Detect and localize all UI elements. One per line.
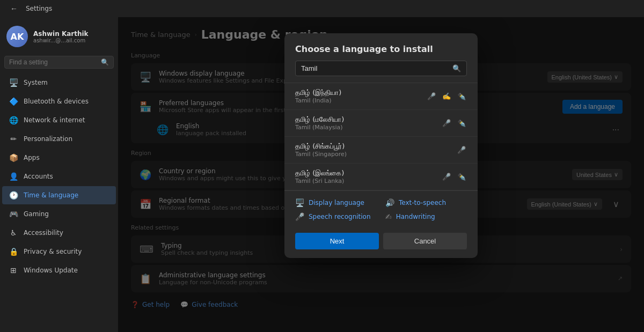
language-item[interactable]: தமிழ் (சிங்கப்பூர்) Tamil (Singapore) 🎤 [284, 137, 478, 164]
writing-icon-0[interactable]: ✒️ [456, 91, 467, 101]
lang-text-2: தமிழ் (சிங்கப்பூர்) Tamil (Singapore) [295, 142, 450, 158]
footer-link-speech-recognition[interactable]: 🎤 Speech recognition [295, 212, 377, 221]
language-list: தமிழ் (இந்தியா) Tamil (India) 🎤 ✍️ ✒️ தம… [284, 83, 478, 190]
lang-text-3: தமிழ் (இலங்கை) Tamil (Sri Lanka) [295, 169, 435, 185]
sidebar: AK Ashwin Karthik ashwir...@...ail.com 🔍… [0, 17, 118, 332]
apps-icon: 📦 [9, 153, 18, 163]
sidebar-item-bluetooth[interactable]: 🔷 Bluetooth & devices [2, 92, 116, 110]
lang-english-0: Tamil (India) [295, 97, 420, 104]
time-language-icon: 🕐 [9, 190, 18, 200]
modal-buttons: Next Cancel [284, 226, 478, 258]
next-button[interactable]: Next [295, 233, 379, 249]
footer-link-label-2: Speech recognition [309, 213, 371, 220]
footer-link-display-language[interactable]: 🖥️ Display language [295, 198, 377, 207]
lang-icons-1: 🎤 ✒️ [441, 118, 467, 128]
lang-english-1: Tamil (Malaysia) [295, 124, 435, 131]
footer-link-label-1: Text-to-speech [399, 199, 446, 206]
choose-language-modal: Choose a language to install 🔍 தமிழ் (இந… [284, 33, 478, 258]
search-input[interactable] [9, 58, 98, 66]
sidebar-item-accounts[interactable]: 👤 Accounts [2, 167, 116, 186]
sidebar-label-privacy: Privacy & security [24, 248, 82, 255]
lang-icons-0: 🎤 ✍️ ✒️ [426, 91, 467, 101]
topbar: ← Settings [0, 0, 644, 17]
lang-icons-2: 🎤 [456, 145, 467, 155]
sidebar-label-time-language: Time & language [24, 191, 78, 199]
modal-title: Choose a language to install [284, 33, 478, 61]
language-item[interactable]: தமிழ் (மலேசியா) Tamil (Malaysia) 🎤 ✒️ [284, 110, 478, 137]
user-name: Ashwin Karthik [33, 30, 89, 38]
sidebar-label-bluetooth: Bluetooth & devices [24, 98, 89, 105]
speech-icon-1[interactable]: 🎤 [441, 118, 452, 128]
gaming-icon: 🎮 [9, 209, 18, 219]
speech-icon-0[interactable]: 🎤 [426, 91, 437, 101]
lang-native-0: தமிழ் (இந்தியா) [295, 88, 420, 97]
user-section: AK Ashwin Karthik ashwir...@...ail.com [0, 17, 118, 54]
language-item[interactable]: தமிழ் (இந்தியா) Tamil (India) 🎤 ✍️ ✒️ [284, 83, 478, 110]
sidebar-item-privacy[interactable]: 🔒 Privacy & security [2, 242, 116, 261]
sidebar-item-network[interactable]: 🌐 Network & internet [2, 111, 116, 129]
sidebar-label-personalization: Personalization [24, 135, 72, 143]
modal-footer-links: 🖥️ Display language 🔊 Text-to-speech 🎤 S… [284, 190, 478, 226]
personalization-icon: ✏️ [9, 134, 18, 144]
privacy-icon: 🔒 [9, 247, 18, 256]
search-box[interactable]: 🔍 [4, 56, 114, 69]
sidebar-item-accessibility[interactable]: ♿ Accessibility [2, 224, 116, 242]
footer-link-label-3: Handwriting [396, 213, 435, 220]
sidebar-label-apps: Apps [24, 154, 40, 161]
lang-native-2: தமிழ் (சிங்கப்பூர்) [295, 142, 450, 151]
sidebar-item-gaming[interactable]: 🎮 Gaming [2, 205, 116, 223]
speech-icon-2[interactable]: 🎤 [456, 145, 467, 155]
user-email: ashwir...@...ail.com [33, 38, 89, 43]
main-layout: AK Ashwin Karthik ashwir...@...ail.com 🔍… [0, 17, 644, 332]
language-item[interactable]: தமிழ் (இலங்கை) Tamil (Sri Lanka) 🎤 ✒️ [284, 164, 478, 190]
sidebar-label-network: Network & internet [24, 116, 85, 124]
writing-icon-3[interactable]: ✒️ [456, 172, 467, 182]
windows-update-icon: ⊞ [9, 265, 18, 275]
lang-text-1: தமிழ் (மலேசியா) Tamil (Malaysia) [295, 115, 435, 131]
footer-link-icon-2: 🎤 [295, 212, 304, 221]
modal-search-box[interactable]: 🔍 [295, 61, 467, 76]
lang-english-3: Tamil (Sri Lanka) [295, 178, 435, 185]
lang-english-2: Tamil (Singapore) [295, 151, 450, 158]
back-button[interactable]: ← [6, 1, 21, 16]
search-icon: 🔍 [101, 58, 109, 66]
accessibility-icon: ♿ [9, 228, 18, 238]
sidebar-item-system[interactable]: 🖥️ System [2, 73, 116, 92]
lang-icons-3: 🎤 ✒️ [441, 172, 467, 182]
accounts-icon: 👤 [9, 172, 18, 181]
footer-link-icon-1: 🔊 [385, 198, 394, 207]
sidebar-label-system: System [24, 79, 48, 86]
footer-link-icon-3: ✍️ [385, 212, 392, 221]
footer-link-text-to-speech[interactable]: 🔊 Text-to-speech [385, 198, 467, 207]
handwriting-icon-0[interactable]: ✍️ [441, 91, 452, 101]
footer-link-label-0: Display language [309, 199, 364, 206]
sidebar-item-apps[interactable]: 📦 Apps [2, 149, 116, 167]
sidebar-label-accessibility: Accessibility [24, 229, 63, 237]
lang-native-1: தமிழ் (மலேசியா) [295, 115, 435, 124]
writing-icon-1[interactable]: ✒️ [456, 118, 467, 128]
modal-search-input[interactable] [301, 64, 448, 72]
footer-link-icon-0: 🖥️ [295, 198, 304, 207]
sidebar-label-gaming: Gaming [24, 210, 49, 218]
system-icon: 🖥️ [9, 78, 18, 87]
sidebar-label-accounts: Accounts [24, 173, 53, 180]
user-info: Ashwin Karthik ashwir...@...ail.com [33, 30, 89, 43]
bluetooth-icon: 🔷 [9, 97, 18, 106]
avatar: AK [6, 26, 28, 47]
modal-overlay: Choose a language to install 🔍 தமிழ் (இந… [118, 17, 644, 332]
speech-icon-3[interactable]: 🎤 [441, 172, 452, 182]
sidebar-nav: 🖥️ System 🔷 Bluetooth & devices 🌐 Networ… [0, 73, 118, 280]
network-icon: 🌐 [9, 115, 18, 125]
sidebar-item-personalization[interactable]: ✏️ Personalization [2, 130, 116, 148]
sidebar-item-time-language[interactable]: 🕐 Time & language [2, 186, 116, 204]
lang-text-0: தமிழ் (இந்தியா) Tamil (India) [295, 88, 420, 104]
sidebar-label-windows-update: Windows Update [24, 267, 78, 274]
cancel-button[interactable]: Cancel [383, 233, 467, 249]
topbar-title: Settings [26, 5, 52, 12]
main-content: Time & language › Language & region Lang… [118, 17, 644, 332]
footer-link-handwriting[interactable]: ✍️ Handwriting [385, 212, 467, 221]
lang-native-3: தமிழ் (இலங்கை) [295, 169, 435, 178]
modal-search-icon: 🔍 [452, 64, 461, 72]
sidebar-item-windows-update[interactable]: ⊞ Windows Update [2, 261, 116, 279]
